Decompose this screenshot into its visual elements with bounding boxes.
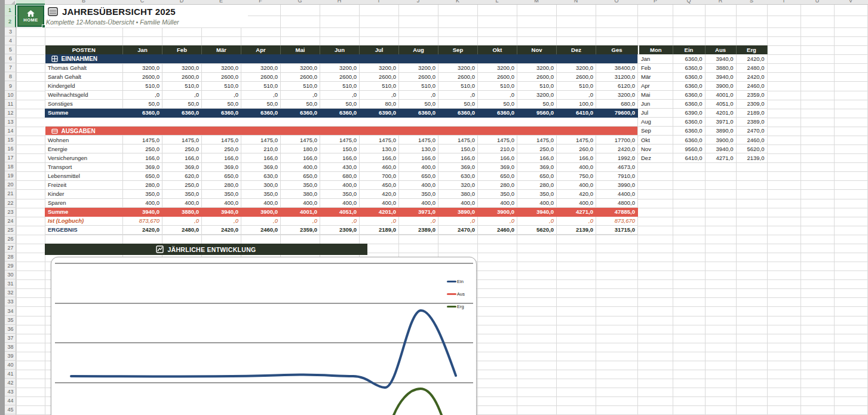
- value-cell[interactable]: 369,0: [123, 162, 162, 171]
- value-cell[interactable]: 1475,0: [478, 136, 517, 145]
- value-cell[interactable]: 6360,0: [281, 109, 320, 118]
- value-cell[interactable]: 2359,0: [736, 90, 767, 99]
- value-cell[interactable]: ,0: [320, 90, 360, 99]
- value-cell[interactable]: ,0: [360, 216, 399, 225]
- value-cell[interactable]: 5620,0: [517, 226, 557, 235]
- value-cell[interactable]: 3940,0: [517, 207, 557, 216]
- value-cell[interactable]: 6390,0: [360, 109, 399, 118]
- value-cell[interactable]: 2600,0: [123, 72, 162, 81]
- value-cell[interactable]: ,0: [123, 90, 162, 99]
- value-cell[interactable]: 2480,0: [162, 226, 202, 235]
- value-cell[interactable]: 3200,0: [241, 63, 281, 72]
- value-cell[interactable]: 1475,0: [162, 136, 202, 145]
- column-header[interactable]: C: [140, 0, 145, 4]
- row-label[interactable]: Energie: [45, 145, 123, 153]
- value-cell[interactable]: ,0: [438, 216, 478, 225]
- value-cell[interactable]: 1475,0: [123, 136, 162, 145]
- value-cell[interactable]: 38400,0: [596, 63, 638, 72]
- value-cell[interactable]: 17700,0: [596, 136, 638, 145]
- value-cell[interactable]: 6360,0: [202, 109, 241, 118]
- value-cell[interactable]: 3971,0: [705, 118, 736, 127]
- row-label[interactable]: Wohnen: [45, 136, 123, 145]
- section-ausgaben[interactable]: AUSGABEN: [45, 127, 638, 136]
- row-header[interactable]: 41: [5, 370, 16, 379]
- value-cell[interactable]: 400,0: [202, 198, 241, 207]
- value-cell[interactable]: 9560,0: [673, 145, 705, 153]
- value-cell[interactable]: 350,0: [281, 180, 320, 189]
- column-header-cell[interactable]: Nov: [517, 45, 557, 54]
- value-cell[interactable]: 6360,0: [673, 127, 705, 136]
- value-cell[interactable]: 350,0: [517, 189, 557, 198]
- value-cell[interactable]: 2420,0: [123, 226, 162, 235]
- value-cell[interactable]: ,0: [399, 90, 438, 99]
- value-cell[interactable]: 6360,0: [438, 109, 478, 118]
- value-cell[interactable]: 1475,0: [202, 136, 241, 145]
- value-cell[interactable]: 6360,0: [399, 109, 438, 118]
- value-cell[interactable]: 166,0: [478, 153, 517, 162]
- value-cell[interactable]: 350,0: [320, 189, 360, 198]
- value-cell[interactable]: 130,0: [399, 145, 438, 153]
- row-label[interactable]: Weihnachtsgeld: [45, 90, 123, 99]
- value-cell[interactable]: 6360,0: [673, 118, 705, 127]
- value-cell[interactable]: 2600,0: [399, 72, 438, 81]
- value-cell[interactable]: 6360,0: [673, 54, 705, 63]
- row-header[interactable]: 23: [5, 208, 16, 217]
- value-cell[interactable]: 50,0: [438, 99, 478, 108]
- value-cell[interactable]: 2600,0: [517, 72, 557, 81]
- column-header-cell[interactable]: Sep: [438, 45, 478, 54]
- value-cell[interactable]: ,0: [281, 90, 320, 99]
- value-cell[interactable]: 2420,0: [596, 145, 638, 153]
- value-cell[interactable]: 650,0: [478, 171, 517, 180]
- row-label[interactable]: Sparen: [45, 198, 123, 207]
- value-cell[interactable]: 31200,0: [596, 72, 638, 81]
- value-cell[interactable]: 2139,0: [557, 226, 596, 235]
- value-cell[interactable]: 350,0: [399, 189, 438, 198]
- value-cell[interactable]: 510,0: [281, 81, 320, 90]
- column-header[interactable]: O: [614, 0, 618, 4]
- value-cell[interactable]: 280,0: [123, 180, 162, 189]
- column-header[interactable]: K: [456, 0, 459, 4]
- value-cell[interactable]: 6360,0: [673, 136, 705, 145]
- value-cell[interactable]: 400,0: [557, 198, 596, 207]
- value-cell[interactable]: 2139,0: [736, 153, 767, 162]
- row-header[interactable]: 12: [5, 109, 16, 118]
- row-header[interactable]: 40: [5, 361, 16, 370]
- row-header[interactable]: 14: [5, 127, 16, 136]
- row-label[interactable]: Ist (Logbuch): [45, 216, 123, 225]
- row-label[interactable]: Kindergeld: [45, 81, 123, 90]
- value-cell[interactable]: 510,0: [517, 81, 557, 90]
- value-cell[interactable]: ,0: [478, 90, 517, 99]
- row-header[interactable]: 15: [5, 136, 16, 145]
- value-cell[interactable]: 3940,0: [705, 72, 736, 81]
- value-cell[interactable]: 400,0: [557, 162, 596, 171]
- value-cell[interactable]: ,0: [162, 216, 202, 225]
- value-cell[interactable]: 50,0: [517, 99, 557, 108]
- column-header[interactable]: V: [849, 0, 852, 4]
- column-header[interactable]: L: [495, 0, 498, 4]
- value-cell[interactable]: 650,0: [399, 171, 438, 180]
- row-label[interactable]: Freizeit: [45, 180, 123, 189]
- value-cell[interactable]: 31715,0: [596, 226, 638, 235]
- column-header-cell[interactable]: Apr: [241, 45, 281, 54]
- value-cell[interactable]: 1475,0: [360, 136, 399, 145]
- value-cell[interactable]: 369,0: [241, 162, 281, 171]
- value-cell[interactable]: ,0: [241, 90, 281, 99]
- value-cell[interactable]: 210,0: [478, 145, 517, 153]
- value-cell[interactable]: ,0: [557, 216, 596, 225]
- value-cell[interactable]: 7910,0: [596, 171, 638, 180]
- row-header[interactable]: 16: [5, 145, 16, 153]
- value-cell[interactable]: ,0: [557, 90, 596, 99]
- value-cell[interactable]: 6360,0: [478, 109, 517, 118]
- row-header[interactable]: 22: [5, 199, 16, 208]
- row-header[interactable]: 19: [5, 171, 16, 180]
- row-label[interactable]: ERGEBNIS: [45, 226, 123, 235]
- value-cell[interactable]: 280,0: [202, 180, 241, 189]
- value-cell[interactable]: 50,0: [202, 99, 241, 108]
- chart-area[interactable]: Ein Aus Erg: [51, 257, 477, 415]
- month-label[interactable]: Jan: [639, 54, 673, 63]
- value-cell[interactable]: 369,0: [478, 162, 517, 171]
- month-label[interactable]: Dez: [639, 153, 673, 162]
- row-header[interactable]: 33: [5, 297, 16, 306]
- value-cell[interactable]: 3200,0: [517, 90, 557, 99]
- value-cell[interactable]: 2600,0: [478, 72, 517, 81]
